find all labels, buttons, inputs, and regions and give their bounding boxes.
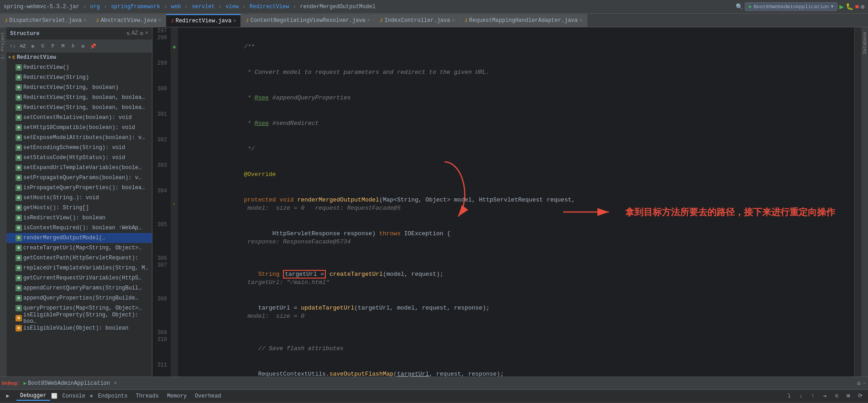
stop-button[interactable]: ■ bbox=[855, 3, 859, 10]
tree-item[interactable]: m setEncodingScheme(String): void bbox=[6, 143, 152, 153]
bc-file[interactable]: RedirectView bbox=[250, 4, 289, 10]
tree-item[interactable]: m RedirectView(String, boolean, boolea… bbox=[6, 103, 152, 113]
tree-item[interactable]: m setContextRelative(boolean): void bbox=[6, 113, 152, 123]
search-icon[interactable]: 🔍 bbox=[736, 3, 743, 10]
tree-item[interactable]: m isEligibleProperty(String, Object): bo… bbox=[6, 313, 152, 323]
tree-item[interactable]: m setHosts(String…): void bbox=[6, 193, 152, 203]
chevron-down-icon[interactable]: ▼ bbox=[831, 5, 833, 9]
debug-button[interactable]: 🐛 bbox=[846, 3, 853, 10]
close-icon[interactable]: × bbox=[367, 18, 370, 23]
resume-button[interactable]: ▶ bbox=[3, 391, 13, 401]
tree-item[interactable]: m setStatusCode(HttpStatus): void bbox=[6, 153, 152, 163]
run-button[interactable]: ▶ bbox=[839, 2, 844, 11]
endpoints-tab[interactable]: Endpoints bbox=[94, 392, 131, 400]
evaluate-btn[interactable]: ≡ bbox=[831, 391, 842, 401]
tree-item[interactable]: m RedirectView() bbox=[6, 62, 152, 72]
tree-item[interactable]: m createTargetUrl(Map<String, Object>… bbox=[6, 243, 152, 253]
run-config-selector[interactable]: ▶ Boot05WebAdminApplication ▼ bbox=[745, 2, 837, 11]
code-row-301: 301 * @see #sendRedirect bbox=[152, 111, 854, 136]
close-icon[interactable]: × bbox=[233, 19, 236, 24]
tree-item[interactable]: m RedirectView(String) bbox=[6, 72, 152, 83]
close-panel-icon[interactable]: × bbox=[145, 30, 148, 37]
tree-item[interactable]: m getContextPath(HttpServletRequest): bbox=[6, 253, 152, 263]
tree-item[interactable]: m setHttp10Compatible(boolean): void bbox=[6, 123, 152, 133]
code-content: RequestContextUtils.saveOutputFlashMap(t… bbox=[178, 362, 854, 377]
console-tab[interactable]: Console bbox=[59, 392, 89, 400]
bc-web[interactable]: web bbox=[171, 4, 181, 10]
close-icon[interactable]: × bbox=[580, 18, 582, 23]
minimize-icon[interactable]: – bbox=[863, 380, 866, 387]
tree-item-label: setHttp10Compatible(boolean): void bbox=[23, 124, 135, 131]
code-row-298: 298 ◉ /** bbox=[152, 34, 854, 60]
sort-icon[interactable]: ⇅ bbox=[126, 30, 130, 37]
tab-abstractview[interactable]: J AbstractView.java × bbox=[91, 14, 166, 27]
tree-item[interactable]: m isContextRequired(): boolean ↑WebAp… bbox=[6, 223, 152, 233]
bc-view[interactable]: view bbox=[225, 4, 239, 10]
tree-item[interactable]: m RedirectView(String, boolean, boolea… bbox=[6, 93, 152, 103]
tree-item[interactable]: m isPropagateQueryProperties(): boolea… bbox=[6, 183, 152, 193]
vertical-tab-database[interactable]: Database bbox=[862, 29, 868, 57]
tab-dispatcherservlet[interactable]: J DispatcherServlet.java × bbox=[0, 14, 91, 27]
settings-icon[interactable]: ⚙ bbox=[140, 30, 143, 37]
tree-item[interactable]: m setExposeModelAttributes(boolean): v… bbox=[6, 133, 152, 143]
sort-btn[interactable]: ↑↓ bbox=[8, 41, 17, 51]
lambda-icon-btn[interactable]: λ bbox=[68, 41, 78, 51]
restore-layout-btn[interactable]: ⟳ bbox=[855, 391, 865, 401]
tree-item[interactable]: m setExpandUriTemplateVariables(boole… bbox=[6, 163, 152, 173]
code-content: /** bbox=[178, 34, 854, 60]
settings-icon[interactable]: ⚙ bbox=[861, 3, 864, 10]
code-scroll-area[interactable]: 297 298 ◉ /** bbox=[152, 27, 854, 377]
close-icon[interactable]: × bbox=[158, 18, 161, 23]
tree-item[interactable]: m getHosts(): String[] bbox=[6, 203, 152, 213]
sep4: › bbox=[184, 3, 188, 10]
step-into-btn[interactable]: ↓ bbox=[796, 391, 806, 401]
field-icon-btn[interactable]: F bbox=[48, 41, 58, 51]
sort-alpha-icon[interactable]: AZ bbox=[131, 30, 138, 37]
tree-item[interactable]: m RedirectView(String, boolean) bbox=[6, 83, 152, 93]
settings-icon[interactable]: ⚙ bbox=[857, 380, 861, 387]
overhead-tab[interactable]: Overhead bbox=[191, 392, 225, 400]
endpoints-tab-item[interactable]: ⊕ Endpoints bbox=[90, 392, 131, 400]
bc-springframework[interactable]: springframework bbox=[111, 4, 160, 10]
threads-tab[interactable]: Threads bbox=[132, 392, 162, 400]
tree-item[interactable]: m isEligibleValue(Object): boolean bbox=[6, 323, 152, 333]
step-over-btn[interactable]: ⤵ bbox=[784, 391, 794, 401]
close-debug-app-icon[interactable]: × bbox=[114, 380, 117, 387]
tree-item[interactable]: m appendCurrentQueryParams(StringBuil… bbox=[6, 283, 152, 293]
pin-icon-btn[interactable]: 📌 bbox=[89, 41, 98, 51]
line-number: 310 bbox=[152, 336, 171, 362]
debugger-tab[interactable]: Debugger bbox=[16, 392, 50, 401]
code-row-307: 307 String targetUrl = createTargetUrl(m… bbox=[152, 262, 854, 295]
tree-root[interactable]: ▼ C RedirectView bbox=[6, 52, 152, 62]
code-text: > model, bbox=[447, 196, 479, 203]
console-tab-item[interactable]: ⬜ Console bbox=[51, 392, 89, 400]
filter-icon-btn[interactable]: ⊘ bbox=[78, 41, 88, 51]
tree-item[interactable]: m appendQueryProperties(StringBuilde… bbox=[6, 293, 152, 303]
sort-alpha-btn[interactable]: AZ bbox=[18, 41, 27, 51]
class-icon-btn[interactable]: C bbox=[38, 41, 47, 51]
bc-org[interactable]: org bbox=[90, 4, 100, 10]
close-icon[interactable]: × bbox=[452, 18, 455, 23]
vertical-tab-project[interactable]: 1: Project bbox=[0, 29, 6, 62]
bc-method[interactable]: renderMergedOutputModel bbox=[300, 4, 376, 10]
tab-label: IndexController.java bbox=[384, 17, 450, 24]
memory-tab[interactable]: Memory bbox=[163, 392, 190, 400]
step-out-btn[interactable]: ↑ bbox=[808, 391, 818, 401]
bc-servlet[interactable]: servlet bbox=[192, 4, 214, 10]
sep6: › bbox=[242, 3, 246, 10]
app-name[interactable]: Boot05WebAdminApplication bbox=[28, 380, 110, 387]
tab-indexcontroller[interactable]: J IndexController.java × bbox=[375, 14, 460, 27]
table-view-btn[interactable]: ⊞ bbox=[843, 391, 853, 401]
method-icon-btn[interactable]: M bbox=[58, 41, 68, 51]
tree-item[interactable]: m setPropagateQueryParams(boolean): v… bbox=[6, 173, 152, 183]
tab-contentnegotiating[interactable]: J ContentNegotiatingViewResolver.java × bbox=[241, 14, 375, 27]
tree-item[interactable]: m isRedirectView(): boolean bbox=[6, 213, 152, 223]
close-icon[interactable]: × bbox=[84, 18, 86, 23]
tree-item-selected[interactable]: m renderMergedOutputModel(… bbox=[6, 233, 152, 243]
tree-item[interactable]: m getCurrentRequestUriVariables(HttpS… bbox=[6, 273, 152, 283]
tab-redirectview[interactable]: J RedirectView.java × bbox=[166, 14, 241, 27]
run-to-cursor-btn[interactable]: ⇥ bbox=[820, 391, 830, 401]
tab-requestmapping[interactable]: J RequestMappingHandlerAdapter.java × bbox=[460, 14, 587, 27]
expand-btn[interactable]: ⊕ bbox=[28, 41, 37, 51]
tree-item[interactable]: m replaceUriTemplateVariables(String, M… bbox=[6, 263, 152, 273]
